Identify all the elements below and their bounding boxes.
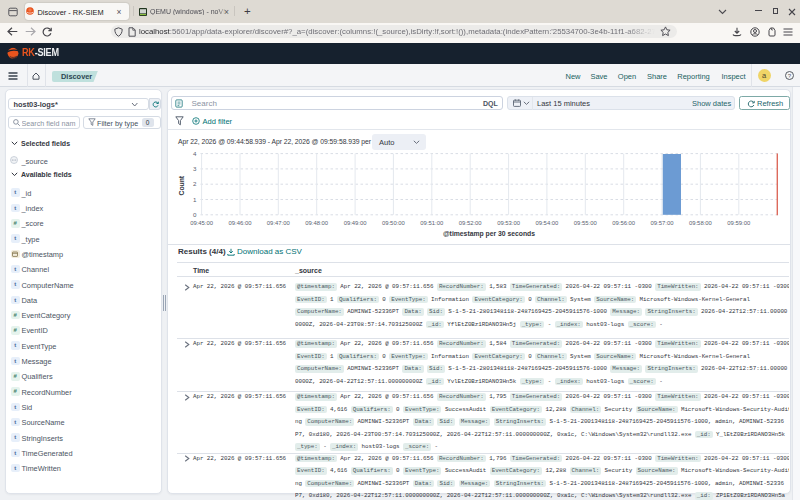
svg-text:2: 2 xyxy=(193,180,197,187)
svg-text:09:58:00: 09:58:00 xyxy=(689,220,713,226)
svg-text:0: 0 xyxy=(193,211,197,218)
svg-text:09:46:00: 09:46:00 xyxy=(229,220,253,226)
svg-text:09:55:00: 09:55:00 xyxy=(574,220,598,226)
svg-text:09:57:00: 09:57:00 xyxy=(651,220,675,226)
svg-text:09:45:00: 09:45:00 xyxy=(190,220,214,226)
svg-text:09:53:00: 09:53:00 xyxy=(497,220,521,226)
svg-text:09:54:00: 09:54:00 xyxy=(535,220,559,226)
svg-text:09:48:00: 09:48:00 xyxy=(305,220,329,226)
svg-text:3: 3 xyxy=(193,165,197,172)
svg-text:09:50:00: 09:50:00 xyxy=(382,220,406,226)
svg-text:09:47:00: 09:47:00 xyxy=(267,220,291,226)
svg-text:09:56:00: 09:56:00 xyxy=(612,220,636,226)
svg-text:09:59:00: 09:59:00 xyxy=(727,220,751,226)
svg-text:09:51:00: 09:51:00 xyxy=(420,220,444,226)
svg-text:09:52:00: 09:52:00 xyxy=(459,220,483,226)
svg-text:09:49:00: 09:49:00 xyxy=(344,220,368,226)
svg-text:1: 1 xyxy=(193,196,197,203)
svg-text:4: 4 xyxy=(193,150,197,157)
